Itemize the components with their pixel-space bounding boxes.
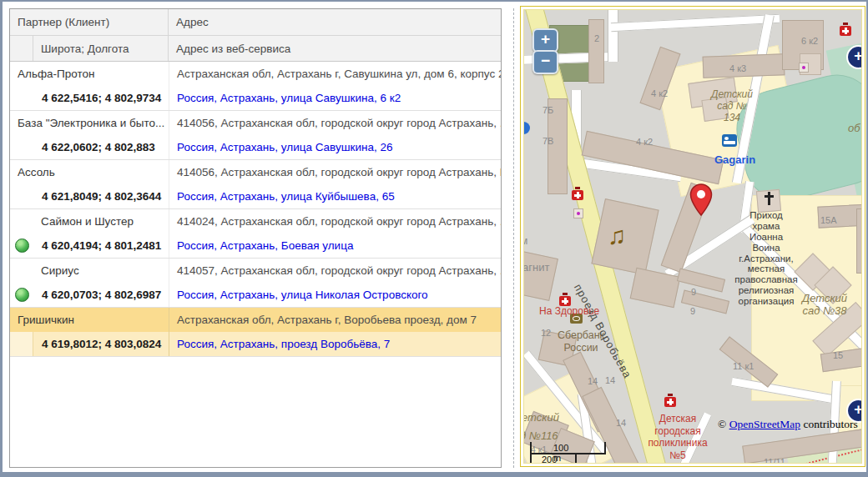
partner-name: Саймон и Шустер (10, 209, 169, 233)
map-label: 11 к1 (733, 361, 754, 372)
geo-icon-cell (10, 332, 33, 356)
table-row[interactable]: ГришичкинАстраханская обл, Астрахань г, … (10, 308, 501, 357)
web-address-cell: Россия, Астрахань, проезд Воробьёва, 7 (169, 332, 501, 356)
column-header-address[interactable]: Адрес (169, 9, 501, 35)
partner-name: Альфа-Протон (10, 62, 169, 86)
table-subheader-row: Широта; Долгота Адрес из веб-сервиса (10, 36, 501, 62)
poi-dot-icon (573, 208, 583, 218)
map-building (677, 268, 725, 292)
web-address-cell: Россия, Астрахань, Боевая улица (169, 233, 501, 258)
map-label: 2 (594, 33, 599, 44)
table-header-row: Партнер (Клиент) Адрес (10, 9, 501, 36)
map-label: 15 (833, 350, 843, 361)
address-text: Астраханская обл, Астрахань г, Воробьева… (169, 308, 501, 332)
hotel-icon (722, 134, 737, 147)
coordinates: 4 621,8049; 4 802,3644 (33, 184, 169, 208)
table-row[interactable]: База "Электроника и быто...414056, Астра… (10, 111, 501, 160)
web-address-link[interactable]: Россия, Астрахань, Боевая улица (177, 239, 353, 252)
map-label: 6 к2 (801, 36, 818, 47)
map-attribution: © OpenStreetMap contributors (718, 418, 858, 431)
map-label: 4 к2 (636, 137, 653, 148)
map-label: 9 (690, 306, 695, 317)
geo-icon-cell (10, 184, 33, 208)
web-address-cell: Россия, Астрахань, улица Савушкина, 6 к2 (169, 86, 501, 110)
address-text: 414057, Астраханская обл, городской окру… (169, 259, 501, 283)
web-address-link[interactable]: Россия, Астрахань, улица Савушкина, 26 (177, 141, 392, 153)
map-label: агнит (524, 261, 549, 274)
geo-icon-cell (10, 233, 33, 258)
column-header-partner[interactable]: Партнер (Клиент) (10, 9, 169, 35)
web-address-link[interactable]: Россия, Астрахань, проезд Воробьёва, 7 (177, 338, 390, 350)
map-building (588, 19, 604, 83)
poi-dot-icon (799, 63, 809, 73)
zoom-out-button[interactable]: − (532, 50, 558, 74)
map-label: 7Б (542, 105, 553, 116)
zoom-in-button[interactable]: + (532, 28, 558, 53)
attribution-suffix: contributors (804, 418, 858, 430)
map-label: Gagarin (714, 153, 755, 166)
coordinates: 4 620,0703; 4 802,6987 (33, 283, 169, 307)
map-label: 9 (691, 287, 696, 298)
map-building (681, 289, 729, 314)
table-row[interactable]: Ассоль414056, Астраханская обл, городско… (10, 160, 501, 209)
geo-icon-cell (10, 86, 33, 110)
map-label: 12 (541, 328, 551, 339)
coordinates: 4 619,8012; 4 803,0824 (33, 332, 169, 356)
web-address-cell: Россия, Астрахань, улица Николая Островс… (169, 283, 501, 307)
map-label: 11/11 (764, 457, 785, 463)
address-text: 414024, Астраханская обл, городской окру… (169, 209, 501, 233)
map-label: м (524, 235, 527, 247)
bus-stop-icon (524, 122, 530, 134)
scale-label-imperial: 200 ft (542, 454, 557, 463)
map-building (856, 208, 861, 274)
coordinates: 4 622,5416; 4 802,9734 (33, 86, 169, 110)
partner-name: Гришичкин (10, 308, 169, 332)
attribution-prefix: © (718, 418, 726, 430)
map-building (524, 251, 558, 301)
map-label: об (848, 122, 860, 134)
partners-table[interactable]: Партнер (Клиент) Адрес Широта; Долгота А… (9, 8, 502, 468)
map-label: Детский сад №38 (800, 292, 850, 318)
app-window: Партнер (Клиент) Адрес Широта; Долгота А… (0, 0, 868, 477)
map-marker-pin[interactable] (689, 183, 713, 217)
web-address-link[interactable]: Россия, Астрахань, улица Куйбышева, 65 (177, 190, 395, 203)
partner-name: Ассоль (10, 160, 169, 184)
pharmacy-icon (572, 190, 583, 200)
web-address-cell: Россия, Астрахань, улица Куйбышева, 65 (169, 184, 501, 208)
map-road (608, 10, 618, 62)
openstreetmap-link[interactable]: OpenStreetMap (729, 418, 800, 430)
table-row[interactable]: Альфа-ПротонАстраханская обл, Астрахань … (10, 62, 501, 111)
map-label: Детский сад № 134 (709, 88, 754, 123)
map-label: д №116 (524, 429, 558, 442)
table-row[interactable]: Саймон и Шустер414024, Астраханская обл,… (10, 209, 501, 259)
column-header-web-address[interactable]: Адрес из веб-сервиса (169, 36, 501, 61)
map-label: етский (524, 411, 559, 424)
map-label: 4 к2 (651, 88, 668, 99)
pharmacy-icon (840, 26, 851, 36)
map-label: Приход храма Иоанна Воина г.Астрахани, м… (731, 210, 801, 307)
geo-icon-cell (10, 135, 33, 159)
address-text: Астраханская обл, Астрахань г, Савушкина… (169, 62, 501, 86)
geo-marker-icon (15, 238, 29, 253)
church-cross-icon (763, 192, 775, 205)
web-address-link[interactable]: Россия, Астрахань, улица Николая Островс… (177, 289, 428, 301)
map-canvas[interactable]: ♫ 27Б7В4 к24 к36 к24 к2Детский сад № 134… (524, 10, 861, 463)
table-row[interactable]: Сириус414057, Астраханская обл, городско… (10, 259, 501, 308)
map-label: 4 к3 (729, 63, 746, 74)
web-address-link[interactable]: Россия, Астрахань, улица Савушкина, 6 к2 (177, 92, 401, 104)
map-label: 7В (542, 136, 553, 147)
column-header-coords[interactable]: Широта; Долгота (33, 36, 169, 61)
map-widget: ♫ 27Б7В4 к24 к36 к24 к2Детский сад № 134… (520, 6, 865, 467)
table-body: Альфа-ПротонАстраханская обл, Астрахань … (10, 62, 501, 357)
web-address-cell: Россия, Астрахань, улица Савушкина, 26 (169, 135, 501, 159)
map-label: 15А (820, 215, 837, 226)
pharmacy-icon (664, 397, 676, 407)
map-label: 14 (616, 418, 626, 429)
coordinates: 4 620,4194; 4 801,2481 (33, 233, 169, 258)
map-label: Детская городская поликлиника №5 (646, 413, 709, 462)
partner-name: База "Электроника и быто... (10, 111, 169, 135)
address-text: 414056, Астраханская обл, городской окру… (169, 160, 501, 184)
panel-splitter[interactable] (513, 8, 514, 468)
map-label: 14 (588, 376, 598, 387)
map-road (611, 14, 780, 33)
